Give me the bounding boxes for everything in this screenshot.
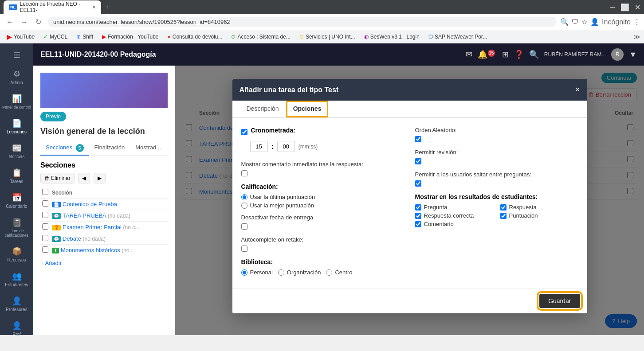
- resultados-title: Mostrar en los resultados de estudiantes…: [415, 193, 578, 200]
- autocomplete-checkbox[interactable]: [241, 246, 247, 252]
- delete-section-btn[interactable]: 🗑 Eliminar: [40, 173, 75, 183]
- organizacion-radio[interactable]: [278, 269, 284, 276]
- notification-icon[interactable]: 🔔 15: [478, 50, 497, 59]
- sidebar-item-calendario[interactable]: 📅 Calendario: [0, 189, 33, 212]
- bookmarks-more-icon[interactable]: ≫: [634, 33, 640, 40]
- revision-checkbox[interactable]: [415, 158, 421, 164]
- add-section-btn[interactable]: + Añadir: [40, 260, 62, 266]
- sidebar-item-lecciones[interactable]: 📄 Lecciones: [0, 115, 33, 138]
- myccl-icon: ✓: [43, 34, 48, 40]
- active-tab[interactable]: NE Lección de Prueba NEO - EEL11- ×: [4, 0, 101, 14]
- centro-radio[interactable]: [326, 269, 332, 276]
- tab-finalizacion[interactable]: Finalización: [89, 141, 130, 156]
- window-controls: ─ ⬜ ✕: [610, 3, 640, 12]
- noticias-icon: 📰: [12, 143, 22, 153]
- user-avatar[interactable]: R: [611, 48, 624, 61]
- ultima-puntuacion-radio[interactable]: [241, 194, 247, 200]
- minimize-icon[interactable]: ─: [610, 3, 615, 12]
- bookmark-formacion[interactable]: ▶ Formación - YouTube: [98, 33, 162, 41]
- sidebar-item-prof[interactable]: 👤 Prof: [0, 317, 33, 340]
- resultados-section: Mostrar en los resultados de estudiantes…: [415, 193, 578, 227]
- puntuacion-group: Puntuación: [500, 212, 578, 219]
- sidebar-item-tareas[interactable]: 📋 Tareas: [0, 164, 33, 187]
- tab-mostrade[interactable]: Mostrad...: [130, 141, 166, 156]
- sidebar-item-recursos[interactable]: 📦 Recursos: [0, 243, 33, 266]
- bookmark-shift[interactable]: ⊕ Shift: [73, 33, 97, 41]
- saltar-checkbox[interactable]: [415, 180, 421, 187]
- close-icon[interactable]: ✕: [635, 3, 640, 12]
- pregunta-checkbox[interactable]: [415, 204, 421, 211]
- bookmark-myccl[interactable]: ✓ MyCCL: [40, 33, 71, 41]
- sidebar-item-tareas-label: Tareas: [10, 179, 23, 184]
- personal-radio[interactable]: [241, 269, 247, 276]
- modal-tab-opciones[interactable]: Opciones: [286, 101, 329, 117]
- search-icon[interactable]: 🔍: [529, 50, 539, 59]
- respuesta-correcta-checkbox[interactable]: [415, 213, 421, 219]
- row-3-checkbox[interactable]: [42, 223, 48, 230]
- new-tab-btn[interactable]: +: [101, 1, 114, 13]
- row-1-link[interactable]: Contenido de Prueba: [63, 201, 117, 207]
- grid-icon[interactable]: ⊞: [502, 50, 509, 59]
- desactivar-fecha-checkbox[interactable]: [241, 223, 247, 230]
- bookmark-icon[interactable]: ☆: [581, 18, 588, 26]
- url-input[interactable]: [48, 17, 557, 27]
- account-icon[interactable]: 👤: [590, 18, 599, 26]
- row-1-checkbox[interactable]: [42, 200, 48, 207]
- respuesta-checkbox[interactable]: [500, 204, 507, 211]
- modal-body: Cronometrada: : (mm:ss): [232, 118, 587, 288]
- sidebar-item-estudiantes[interactable]: 👥 Estudiantes: [0, 268, 33, 291]
- table-row: 💬Debate (no dada): [40, 233, 168, 245]
- pregunta-group: Pregunta: [415, 204, 493, 211]
- select-all-checkbox[interactable]: [42, 189, 48, 195]
- comentario-checkbox[interactable]: [241, 170, 247, 176]
- row-3-link[interactable]: Examen Primer Parcial: [63, 224, 122, 230]
- prev-section-btn[interactable]: ◀: [78, 173, 90, 183]
- mail-icon[interactable]: ✉: [466, 50, 472, 59]
- sidebar-item-profesores[interactable]: 👤 Profesores: [0, 292, 33, 316]
- modal-close-btn[interactable]: ×: [575, 85, 580, 94]
- back-btn[interactable]: ←: [4, 16, 16, 28]
- row-5-link[interactable]: Monumentos históricos: [61, 247, 120, 254]
- sidebar-item-admin[interactable]: ⚙ Admin: [0, 66, 33, 89]
- tab-secciones[interactable]: Secciones 5: [40, 141, 89, 156]
- respuesta-correcta-group: Respuesta correcta: [415, 212, 493, 219]
- bookmark-consulta[interactable]: ● Consulta de devolu...: [164, 33, 226, 41]
- time-ss-input[interactable]: [277, 141, 295, 152]
- sidebar-item-libro[interactable]: 📓 Libro de calificaciones: [0, 214, 33, 241]
- bookmark-acceso-label: Acceso : Sistema de...: [237, 34, 290, 40]
- bookmark-sap[interactable]: ⬡ SAP NetWeaver Por...: [425, 33, 491, 41]
- next-section-btn[interactable]: ▶: [94, 173, 106, 183]
- row-2-link[interactable]: TAREA PRUEBA: [63, 212, 106, 219]
- mejor-puntuacion-radio[interactable]: [241, 203, 247, 209]
- bookmark-yt[interactable]: ▶ YouTube: [4, 32, 38, 41]
- sidebar-item-panel[interactable]: 📊 Panel de control: [0, 90, 33, 113]
- forward-btn[interactable]: →: [18, 16, 30, 28]
- servicios-icon: ⊙: [299, 34, 304, 40]
- row-5-checkbox[interactable]: [42, 246, 48, 253]
- orden-aleatorio-checkbox[interactable]: [415, 136, 421, 142]
- sidebar-item-menu[interactable]: ☰: [0, 47, 33, 64]
- row-2-checkbox[interactable]: [42, 212, 48, 218]
- comentario-result-checkbox[interactable]: [415, 221, 421, 227]
- row-4-checkbox[interactable]: [42, 235, 48, 241]
- sidebar-item-noticias[interactable]: 📰 Noticias: [0, 140, 33, 163]
- bookmark-acceso[interactable]: ⊙ Acceso : Sistema de...: [228, 33, 294, 41]
- biblioteca-label: Biblioteca:: [241, 258, 404, 265]
- maximize-icon[interactable]: ⬜: [620, 3, 629, 12]
- row-4-link[interactable]: Debate: [63, 235, 81, 242]
- tab-close-btn[interactable]: ×: [92, 4, 96, 11]
- cronometrada-checkbox[interactable]: [241, 129, 247, 135]
- bookmark-formacion-label: Formación - YouTube: [108, 34, 158, 40]
- bookmark-servicios[interactable]: ⊙ Servicios | UNO Int...: [296, 33, 359, 41]
- save-btn[interactable]: Guardar: [539, 294, 580, 308]
- time-mm-input[interactable]: [250, 141, 268, 152]
- help-circle-icon[interactable]: ❓: [514, 50, 524, 59]
- modal-tab-descripcion[interactable]: Descripción: [240, 101, 286, 117]
- puntuacion-checkbox[interactable]: [500, 213, 507, 219]
- acceso-icon: ⊙: [231, 34, 236, 40]
- bookmark-sesweb[interactable]: ◐ SesWeb v3.1 - Login: [361, 33, 423, 41]
- user-dropdown-icon[interactable]: ▼: [629, 50, 637, 59]
- menu-icon[interactable]: ⋮: [633, 18, 640, 26]
- reload-btn[interactable]: ↻: [32, 16, 44, 28]
- prev-btn[interactable]: Previo: [40, 112, 66, 121]
